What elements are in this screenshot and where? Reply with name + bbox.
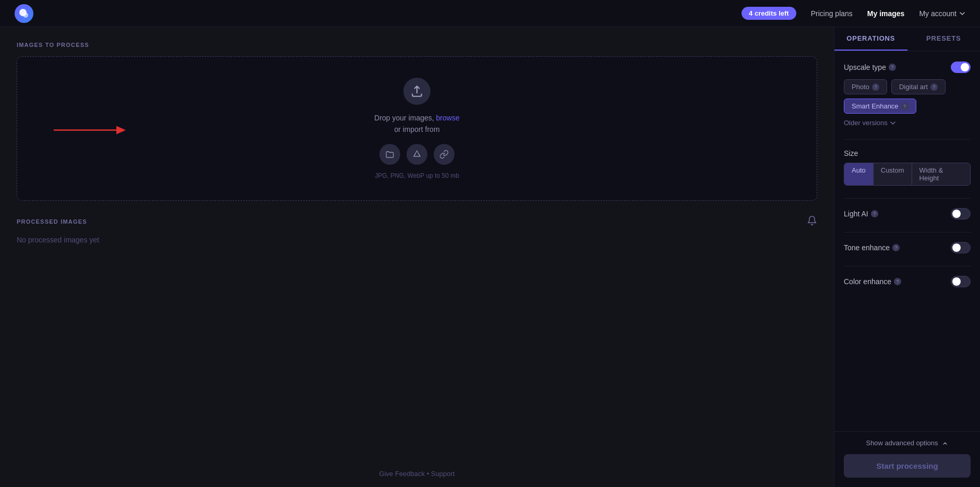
light-ai-toggle[interactable]	[951, 208, 971, 220]
svg-marker-3	[116, 126, 126, 135]
size-section: Size Auto Custom Width & Height	[844, 149, 971, 186]
right-panel: OPERATIONS PRESETS Upscale type ?	[834, 27, 980, 487]
photo-info-icon[interactable]: ?	[872, 83, 879, 91]
logo[interactable]	[15, 4, 33, 23]
bell-icon[interactable]	[807, 215, 817, 228]
pricing-plans-link[interactable]: Pricing plans	[811, 9, 853, 18]
format-hint: JPG, PNG, WebP up to 50 mb	[375, 172, 459, 179]
browse-link[interactable]: browse	[436, 114, 460, 122]
divider-4	[844, 266, 971, 266]
my-account-button[interactable]: My account	[919, 9, 965, 18]
color-enhance-toggle[interactable]	[951, 276, 971, 287]
upload-icon	[410, 84, 424, 98]
light-ai-row: Light AI ?	[844, 208, 971, 220]
credits-badge[interactable]: 4 credits left	[742, 7, 796, 20]
light-ai-label: Light AI ?	[844, 210, 878, 218]
no-processed-text: No processed images yet	[17, 236, 817, 244]
light-ai-toggle-knob	[952, 210, 961, 218]
size-btn-custom[interactable]: Custom	[874, 163, 912, 185]
type-btn-digital-art[interactable]: Digital art ?	[891, 79, 946, 94]
divider-2	[844, 198, 971, 199]
color-enhance-toggle-knob	[952, 277, 961, 286]
drop-zone[interactable]: Drop your images, browse or import from	[17, 56, 817, 201]
topnav: 4 credits left Pricing plans My images M…	[0, 0, 980, 27]
tab-presets[interactable]: PRESETS	[907, 27, 981, 51]
upscale-type-toggle[interactable]	[951, 62, 971, 73]
import-link-button[interactable]	[434, 144, 455, 165]
older-versions-chevron-icon	[890, 120, 896, 126]
tone-enhance-row: Tone enhance ?	[844, 242, 971, 253]
tone-enhance-toggle[interactable]	[951, 242, 971, 253]
processed-section-title: PROCESSED IMAGES	[17, 218, 87, 225]
content-area: IMAGES TO PROCESS Drop your images, brow…	[0, 27, 834, 487]
light-ai-section: Light AI ?	[844, 208, 971, 220]
tone-enhance-section: Tone enhance ?	[844, 242, 971, 253]
color-enhance-info-icon[interactable]: ?	[894, 278, 901, 285]
drop-text: Drop your images, browse or import from	[374, 112, 459, 136]
tone-enhance-toggle-knob	[952, 244, 961, 252]
light-ai-info-icon[interactable]: ?	[871, 210, 878, 217]
start-processing-button[interactable]: Start processing	[844, 454, 971, 478]
size-btn-width-height[interactable]: Width & Height	[912, 163, 970, 185]
size-label: Size	[844, 149, 971, 157]
my-images-link[interactable]: My images	[867, 9, 905, 18]
processed-section: PROCESSED IMAGES No processed images yet	[17, 215, 817, 244]
divider-3	[844, 232, 971, 233]
upscale-type-row: Upscale type ?	[844, 62, 971, 73]
footer: Give Feedback • Support	[0, 460, 834, 487]
import-icons	[379, 144, 455, 165]
support-link[interactable]: Support	[431, 470, 455, 478]
feedback-link[interactable]: Give Feedback	[379, 470, 425, 478]
type-btn-smart-enhance[interactable]: Smart Enhance ?	[844, 99, 916, 114]
size-btn-auto[interactable]: Auto	[844, 163, 874, 185]
upload-icon-wrap	[403, 78, 431, 105]
svg-point-1	[23, 13, 28, 18]
advanced-chevron-icon	[941, 440, 949, 447]
type-btn-photo[interactable]: Photo ?	[844, 79, 887, 94]
ops-tabs: OPERATIONS PRESETS	[834, 27, 980, 51]
import-folder-button[interactable]	[379, 144, 400, 165]
color-enhance-row: Color enhance ?	[844, 276, 971, 287]
upscale-type-section: Upscale type ? Photo ? Digital art	[844, 62, 971, 127]
tab-operations[interactable]: OPERATIONS	[834, 27, 907, 51]
tone-enhance-label: Tone enhance ?	[844, 244, 900, 252]
tone-enhance-info-icon[interactable]: ?	[892, 244, 900, 251]
smart-enhance-info-icon[interactable]: ?	[901, 103, 909, 110]
digital-art-info-icon[interactable]: ?	[930, 83, 938, 91]
import-drive-button[interactable]	[407, 144, 427, 165]
older-versions-dropdown[interactable]: Older versions	[844, 119, 971, 127]
arrow-pointer	[49, 117, 132, 140]
divider-1	[844, 139, 971, 140]
advanced-options-toggle[interactable]: Show advanced options	[834, 431, 980, 454]
main-layout: IMAGES TO PROCESS Drop your images, brow…	[0, 27, 980, 487]
color-enhance-section: Color enhance ?	[844, 276, 971, 287]
upscale-type-toggle-knob	[961, 63, 969, 71]
color-enhance-label: Color enhance ?	[844, 277, 901, 286]
panel-content: Upscale type ? Photo ? Digital art	[834, 51, 980, 431]
upscale-type-label: Upscale type ?	[844, 63, 896, 71]
upscale-type-info-icon[interactable]: ?	[889, 64, 896, 71]
chevron-down-icon	[959, 10, 965, 17]
footer-separator: •	[427, 470, 429, 478]
upload-section-title: IMAGES TO PROCESS	[17, 42, 817, 48]
processed-header: PROCESSED IMAGES	[17, 215, 817, 228]
size-buttons: Auto Custom Width & Height	[844, 163, 971, 186]
type-buttons: Photo ? Digital art ? Smart Enhance ?	[844, 79, 971, 114]
